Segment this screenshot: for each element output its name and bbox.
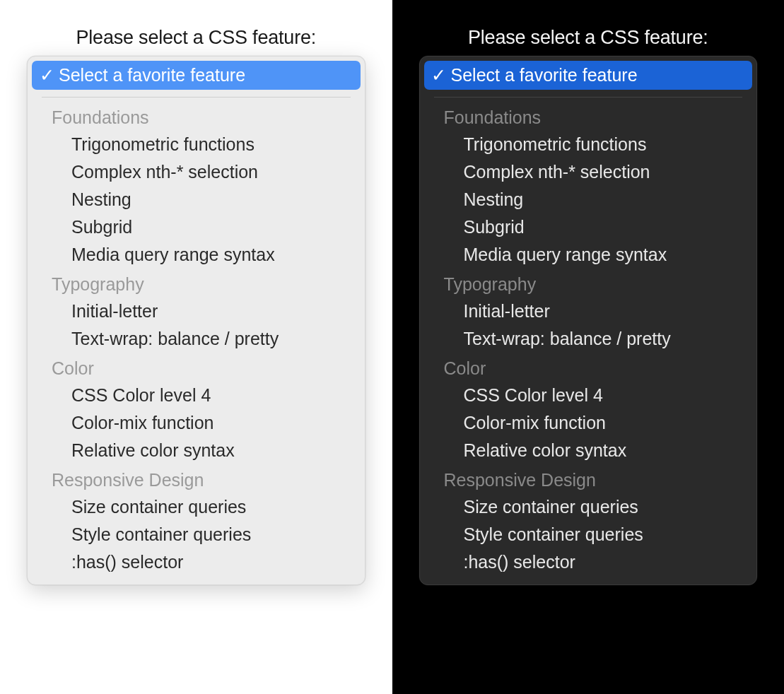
checkmark-icon: ✓ [431, 65, 447, 86]
option-item[interactable]: Subgrid [424, 213, 753, 241]
option-item[interactable]: Trigonometric functions [424, 131, 753, 158]
option-item[interactable]: Initial-letter [424, 298, 753, 325]
checkmark-icon: ✓ [39, 65, 54, 86]
prompt-label: Please select a CSS feature: [468, 27, 708, 49]
option-item[interactable]: Style container queries [424, 521, 753, 548]
option-item[interactable]: Text-wrap: balance / pretty [32, 325, 361, 353]
option-item[interactable]: Color-mix function [424, 409, 753, 437]
option-item[interactable]: Trigonometric functions [32, 131, 361, 158]
group-header: Foundations [32, 102, 361, 131]
option-item[interactable]: Text-wrap: balance / pretty [424, 325, 753, 353]
option-item[interactable]: Style container queries [32, 521, 361, 548]
dark-mode-pane: Please select a CSS feature: ✓ Select a … [392, 0, 785, 694]
dropdown-popup-dark[interactable]: ✓ Select a favorite feature FoundationsT… [419, 56, 758, 585]
option-groups: FoundationsTrigonometric functionsComple… [424, 102, 753, 580]
divider [42, 97, 351, 98]
option-item[interactable]: CSS Color level 4 [32, 382, 361, 409]
prompt-label: Please select a CSS feature: [76, 27, 316, 49]
dropdown-popup-light[interactable]: ✓ Select a favorite feature FoundationsT… [27, 56, 365, 585]
option-item[interactable]: Nesting [32, 186, 361, 213]
option-item[interactable]: Complex nth-* selection [424, 158, 753, 186]
option-item[interactable]: Media query range syntax [424, 241, 753, 269]
option-item[interactable]: Size container queries [32, 493, 361, 521]
group-header: Responsive Design [32, 464, 361, 493]
group-header: Typography [424, 269, 753, 298]
selected-option-label: Select a favorite feature [59, 65, 245, 86]
group-header: Typography [32, 269, 361, 298]
selected-option[interactable]: ✓ Select a favorite feature [424, 61, 753, 90]
option-item[interactable]: Relative color syntax [424, 437, 753, 464]
divider [434, 97, 743, 98]
option-item[interactable]: Color-mix function [32, 409, 361, 437]
option-item[interactable]: CSS Color level 4 [424, 382, 753, 409]
option-item[interactable]: Subgrid [32, 213, 361, 241]
group-header: Foundations [424, 102, 753, 131]
option-item[interactable]: Initial-letter [32, 298, 361, 325]
option-item[interactable]: Complex nth-* selection [32, 158, 361, 186]
option-item[interactable]: Nesting [424, 186, 753, 213]
option-item[interactable]: Relative color syntax [32, 437, 361, 464]
option-item[interactable]: :has() selector [32, 548, 361, 576]
option-groups: FoundationsTrigonometric functionsComple… [32, 102, 361, 580]
group-header: Color [424, 353, 753, 382]
option-item[interactable]: :has() selector [424, 548, 753, 576]
light-mode-pane: Please select a CSS feature: ✓ Select a … [0, 0, 392, 694]
selected-option[interactable]: ✓ Select a favorite feature [32, 61, 361, 90]
selected-option-label: Select a favorite feature [451, 65, 638, 86]
option-item[interactable]: Media query range syntax [32, 241, 361, 269]
option-item[interactable]: Size container queries [424, 493, 753, 521]
group-header: Color [32, 353, 361, 382]
group-header: Responsive Design [424, 464, 753, 493]
